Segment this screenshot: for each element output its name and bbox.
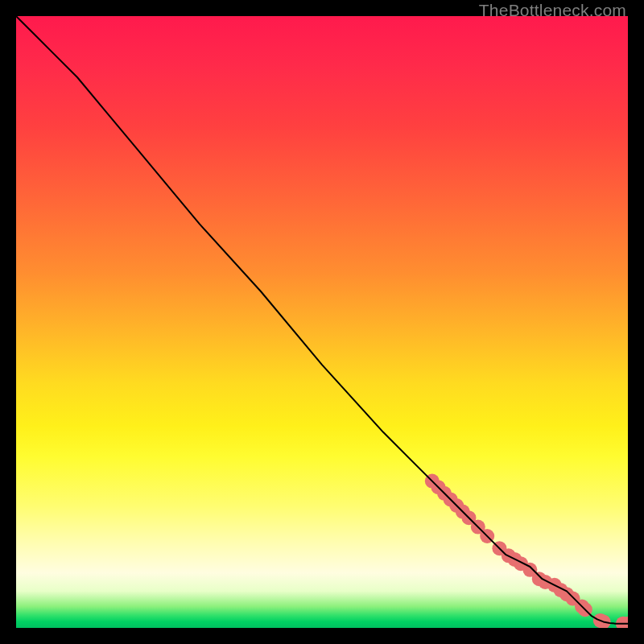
data-point (616, 617, 628, 628)
chart-overlay (16, 16, 628, 628)
data-point (480, 529, 494, 543)
data-point (425, 474, 440, 489)
data-point (522, 563, 537, 577)
data-point (593, 613, 608, 628)
data-point (431, 480, 445, 494)
data-point (575, 599, 589, 613)
data-point (553, 583, 568, 597)
data-point (621, 617, 628, 628)
data-point (559, 587, 574, 601)
curve-line (16, 16, 628, 624)
data-point (597, 614, 611, 628)
data-point (449, 498, 464, 513)
data-point (437, 486, 452, 501)
data-point (456, 505, 470, 519)
data-point (514, 556, 528, 571)
data-point (502, 548, 516, 563)
data-point (444, 492, 458, 506)
data-point (578, 602, 592, 617)
data-point (547, 578, 562, 592)
data-point (566, 592, 580, 606)
data-point (507, 552, 522, 567)
points-layer (425, 474, 628, 628)
plot-area (16, 16, 628, 628)
data-point (538, 575, 552, 589)
data-point (461, 510, 476, 525)
data-point (492, 541, 506, 555)
data-point (471, 520, 485, 535)
chart-container: TheBottleneck.com (0, 0, 644, 644)
data-point (532, 572, 547, 586)
